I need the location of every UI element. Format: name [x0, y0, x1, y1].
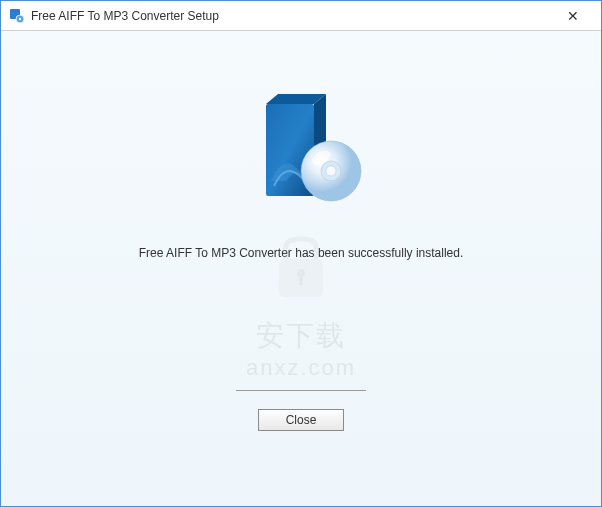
content-area: Free AIFF To MP3 Converter has been succ…: [1, 31, 601, 506]
disc-icon: [301, 141, 361, 201]
close-installer-button[interactable]: Close: [258, 409, 344, 431]
svg-rect-8: [279, 259, 323, 297]
divider: [236, 390, 366, 391]
svg-point-9: [297, 269, 305, 277]
app-icon: [9, 8, 25, 24]
product-graphic: [236, 86, 366, 216]
close-button[interactable]: ✕: [553, 2, 593, 30]
watermark-domain: anxz.com: [246, 355, 356, 381]
success-message: Free AIFF To MP3 Converter has been succ…: [139, 246, 464, 260]
titlebar: Free AIFF To MP3 Converter Setup ✕: [1, 1, 601, 31]
svg-rect-10: [299, 275, 303, 285]
close-icon: ✕: [567, 8, 579, 24]
installer-window: Free AIFF To MP3 Converter Setup ✕: [0, 0, 602, 507]
svg-point-2: [19, 17, 21, 19]
window-title: Free AIFF To MP3 Converter Setup: [31, 9, 553, 23]
svg-point-6: [326, 166, 336, 176]
watermark-cn: 安下载: [246, 317, 356, 355]
